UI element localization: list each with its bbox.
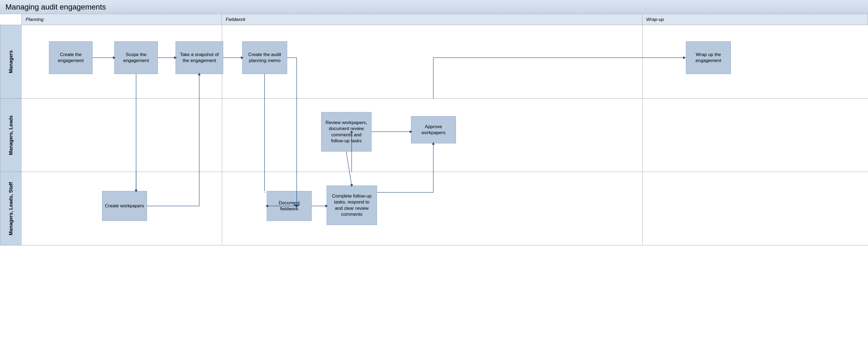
row-content-managers: Create the engagement Scope the engageme… bbox=[22, 25, 868, 98]
swim-row-managers: Managers Create the engagement Scope the… bbox=[0, 25, 868, 98]
box-audit-planning-memo: Create the audit planning memo bbox=[242, 41, 287, 74]
phase-header-row: Planning Fieldwork Wrap-up bbox=[0, 14, 868, 25]
diagram-container: Managing audit engagements Planning Fiel… bbox=[0, 0, 868, 348]
swim-row-managers-leads-staff: Managers, Leads, Staff Create workpapers… bbox=[0, 172, 868, 246]
row-content-managers-leads: Review workpapers, document review comme… bbox=[22, 98, 868, 172]
box-wrap-up: Wrap up the engagement bbox=[686, 41, 731, 74]
phase-wrapup-header: Wrap-up bbox=[642, 14, 868, 25]
title-bar: Managing audit engagements bbox=[0, 0, 868, 14]
row-label-managers: Managers bbox=[0, 25, 22, 98]
diagram-title: Managing audit engagements bbox=[5, 3, 106, 11]
box-complete-followup: Complete follow-up tasks, respond to and… bbox=[327, 186, 377, 225]
box-take-snapshot: Take a snapshot of the engagement bbox=[176, 41, 223, 74]
swim-lanes: Managers Create the engagement Scope the… bbox=[0, 25, 868, 246]
box-create-workpapers: Create workpapers bbox=[102, 191, 147, 221]
box-document-fieldwork: Document fieldwork bbox=[267, 191, 312, 221]
phase-fieldwork-header: Fieldwork bbox=[222, 14, 642, 25]
box-scope-engagement: Scope the engagement bbox=[114, 41, 158, 74]
box-approve-workpapers: Approve workpapers bbox=[411, 116, 456, 144]
staff-arrows bbox=[22, 172, 868, 245]
row-label-spacer bbox=[0, 14, 22, 25]
box-create-engagement: Create the engagement bbox=[49, 41, 93, 74]
phase-planning-header: Planning bbox=[22, 14, 222, 25]
row-label-managers-leads: Managers, Leads bbox=[0, 98, 22, 172]
row-content-managers-leads-staff: Create workpapers Document fieldwork Com… bbox=[22, 172, 868, 245]
swim-row-managers-leads: Managers, Leads Review workpapers, docum… bbox=[0, 98, 868, 172]
box-review-workpapers: Review workpapers, document review comme… bbox=[321, 112, 372, 152]
row-label-managers-leads-staff: Managers, Leads, Staff bbox=[0, 172, 22, 245]
